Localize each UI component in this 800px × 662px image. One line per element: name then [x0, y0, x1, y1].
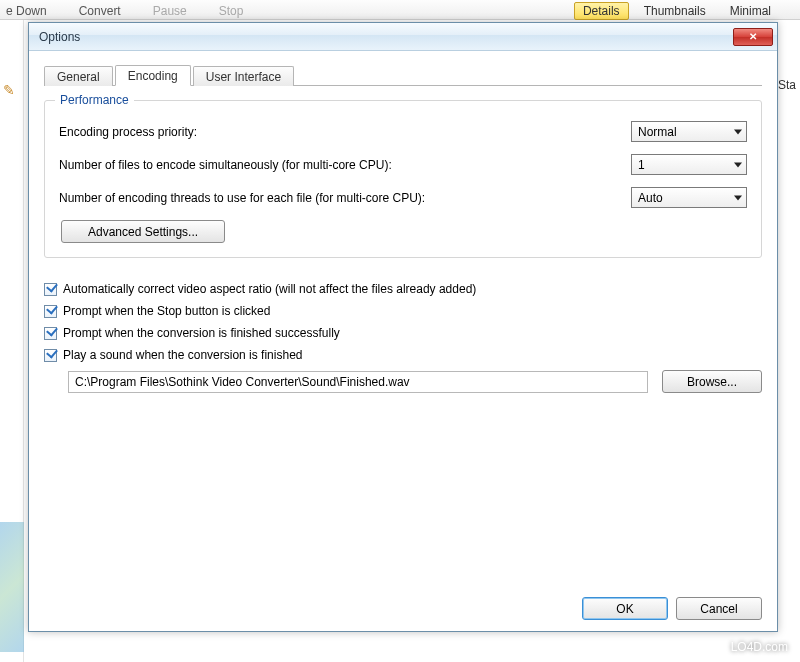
- priority-value: Normal: [638, 125, 677, 139]
- titlebar[interactable]: Options ✕: [29, 23, 777, 51]
- tab-user-interface[interactable]: User Interface: [193, 66, 294, 86]
- performance-group: Performance Encoding process priority: N…: [44, 100, 762, 258]
- bg-column-header: Sta: [778, 78, 796, 92]
- simul-value: 1: [638, 158, 645, 172]
- bg-menu-pause: Pause: [147, 2, 193, 20]
- checkbox-play-sound[interactable]: [44, 349, 57, 362]
- bg-menu-stop: Stop: [213, 2, 250, 20]
- advanced-settings-button[interactable]: Advanced Settings...: [61, 220, 225, 243]
- dialog-title: Options: [39, 30, 733, 44]
- simul-combo[interactable]: 1: [631, 154, 747, 175]
- sound-path-value: C:\Program Files\Sothink Video Converter…: [75, 375, 410, 389]
- background-preview-thumb: [0, 522, 24, 652]
- tab-strip: General Encoding User Interface: [44, 64, 762, 86]
- edit-icon[interactable]: ✎: [3, 82, 19, 98]
- watermark: LO4D.com: [731, 640, 788, 654]
- cancel-button[interactable]: Cancel: [676, 597, 762, 620]
- threads-label: Number of encoding threads to use for ea…: [59, 191, 631, 205]
- dialog-body: General Encoding User Interface Performa…: [29, 51, 777, 631]
- options-dialog: Options ✕ General Encoding User Interfac…: [28, 22, 778, 632]
- checkbox-aspect-ratio[interactable]: [44, 283, 57, 296]
- chevron-down-icon: [734, 129, 742, 134]
- view-minimal[interactable]: Minimal: [721, 2, 780, 20]
- view-details[interactable]: Details: [574, 2, 629, 20]
- sound-path-field[interactable]: C:\Program Files\Sothink Video Converter…: [68, 371, 648, 393]
- threads-combo[interactable]: Auto: [631, 187, 747, 208]
- checkbox-play-sound-label: Play a sound when the conversion is fini…: [63, 348, 302, 362]
- close-icon: ✕: [749, 32, 757, 42]
- threads-value: Auto: [638, 191, 663, 205]
- bg-menu-convert[interactable]: Convert: [73, 2, 127, 20]
- tab-encoding[interactable]: Encoding: [115, 65, 191, 86]
- chevron-down-icon: [734, 162, 742, 167]
- chevron-down-icon: [734, 195, 742, 200]
- checkbox-prompt-stop-label: Prompt when the Stop button is clicked: [63, 304, 270, 318]
- checkbox-aspect-ratio-label: Automatically correct video aspect ratio…: [63, 282, 476, 296]
- close-button[interactable]: ✕: [733, 28, 773, 46]
- bg-menu-down[interactable]: e Down: [0, 2, 53, 20]
- simul-label: Number of files to encode simultaneously…: [59, 158, 631, 172]
- checkbox-prompt-finish[interactable]: [44, 327, 57, 340]
- performance-legend: Performance: [55, 93, 134, 107]
- view-thumbnails[interactable]: Thumbnails: [635, 2, 715, 20]
- ok-button[interactable]: OK: [582, 597, 668, 620]
- checkbox-prompt-stop[interactable]: [44, 305, 57, 318]
- dialog-button-bar: OK Cancel: [582, 597, 762, 620]
- priority-combo[interactable]: Normal: [631, 121, 747, 142]
- browse-button[interactable]: Browse...: [662, 370, 762, 393]
- priority-label: Encoding process priority:: [59, 125, 631, 139]
- background-toolbar: e Down Convert Pause Stop Details Thumbn…: [0, 0, 800, 20]
- tab-general[interactable]: General: [44, 66, 113, 86]
- checkbox-prompt-finish-label: Prompt when the conversion is finished s…: [63, 326, 340, 340]
